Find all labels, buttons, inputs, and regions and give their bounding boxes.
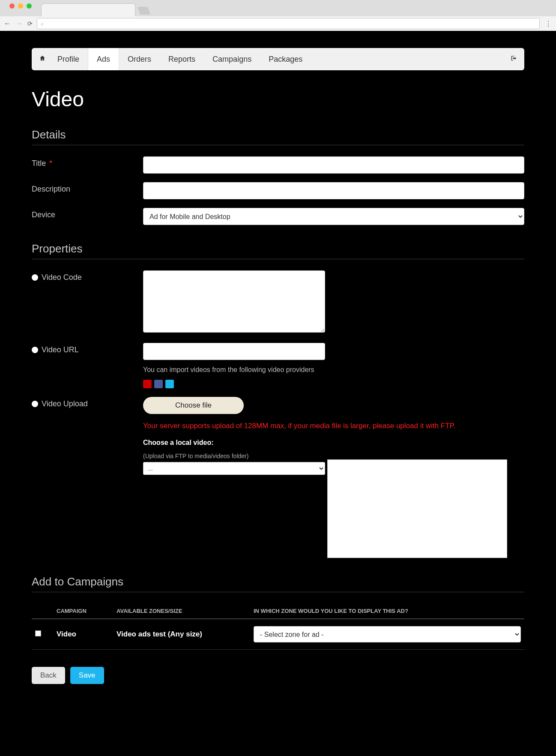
maximize-window-icon[interactable] xyxy=(27,3,32,9)
minimize-window-icon[interactable] xyxy=(18,3,23,9)
video-upload-label: Video Upload xyxy=(32,397,143,408)
search-icon: ⌕ xyxy=(41,21,44,27)
browser-tab-bar xyxy=(0,0,556,16)
nav-orders[interactable]: Orders xyxy=(119,48,160,70)
nav-reports[interactable]: Reports xyxy=(160,48,204,70)
campaign-zones: Video ads test (Any size) xyxy=(113,619,250,650)
reload-icon[interactable]: ⟳ xyxy=(27,20,33,27)
video-url-radio[interactable] xyxy=(32,347,38,353)
video-code-radio[interactable] xyxy=(32,274,38,281)
video-code-textarea[interactable] xyxy=(143,270,325,333)
video-upload-radio[interactable] xyxy=(32,401,38,407)
nav-campaigns[interactable]: Campaigns xyxy=(204,48,260,70)
video-preview-box xyxy=(327,459,507,558)
video-url-input[interactable] xyxy=(143,343,325,360)
logout-icon[interactable] xyxy=(507,55,520,64)
col-checkbox xyxy=(32,603,53,619)
title-label: Title* xyxy=(32,156,143,168)
save-button[interactable]: Save xyxy=(70,667,104,684)
nav-profile[interactable]: Profile xyxy=(49,48,88,70)
nav-ads[interactable]: Ads xyxy=(88,48,119,70)
ftp-file-select[interactable]: ... xyxy=(143,462,325,475)
upload-warning: Your server supports upload of 128MM max… xyxy=(143,422,524,430)
campaigns-table: CAMPAIGN AVAILABLE ZONES/SIZE IN WHICH Z… xyxy=(32,603,524,650)
choose-local-label: Choose a local video: xyxy=(143,439,524,447)
page-title: Video xyxy=(32,87,524,111)
section-campaigns-title: Add to Campaigns xyxy=(32,575,524,592)
back-icon[interactable]: ← xyxy=(3,20,11,27)
table-row: Video Video ads test (Any size) - Select… xyxy=(32,619,524,650)
url-bar[interactable]: ⌕ xyxy=(37,18,540,29)
metacafe-icon xyxy=(154,380,163,388)
device-select[interactable]: Ad for Mobile and Desktop xyxy=(143,208,524,225)
zone-select[interactable]: - Select zone for ad - xyxy=(254,626,521,642)
provider-icons xyxy=(143,380,524,388)
close-window-icon[interactable] xyxy=(9,3,15,9)
campaign-checkbox[interactable] xyxy=(35,630,41,636)
browser-tab[interactable] xyxy=(41,3,135,16)
browser-menu-icon[interactable]: ⋮ xyxy=(544,20,553,28)
col-zones: AVAILABLE ZONES/SIZE xyxy=(113,603,250,619)
window-controls xyxy=(4,0,37,12)
description-label: Description xyxy=(32,182,143,194)
col-campaign: CAMPAIGN xyxy=(53,603,113,619)
section-properties-title: Properties xyxy=(32,242,524,259)
home-icon[interactable] xyxy=(36,55,49,64)
nav-packages[interactable]: Packages xyxy=(260,48,311,70)
youtube-icon xyxy=(143,380,152,388)
main-nav: Profile Ads Orders Reports Campaigns Pac… xyxy=(32,48,524,70)
import-helper-text: You can import videos from the following… xyxy=(143,366,524,374)
ftp-hint: (Upload via FTP to media/videos folder) xyxy=(143,453,524,459)
browser-chrome: ← → ⟳ ⌕ ⋮ xyxy=(0,0,556,31)
section-details-title: Details xyxy=(32,128,524,145)
description-input[interactable] xyxy=(143,182,524,199)
campaign-name: Video xyxy=(53,619,113,650)
browser-toolbar: ← → ⟳ ⌕ ⋮ xyxy=(0,16,556,31)
device-label: Device xyxy=(32,208,143,219)
video-url-label: Video URL xyxy=(32,343,143,354)
title-input[interactable] xyxy=(143,156,524,174)
vimeo-icon xyxy=(165,380,174,388)
video-code-label: Video Code xyxy=(32,270,143,282)
new-tab-button[interactable] xyxy=(138,7,151,15)
choose-file-button[interactable]: Choose file xyxy=(143,397,244,414)
forward-icon: → xyxy=(15,20,23,27)
col-which-zone: IN WHICH ZONE WOULD YOU LIKE TO DISPLAY … xyxy=(250,603,524,619)
back-button[interactable]: Back xyxy=(32,667,65,684)
